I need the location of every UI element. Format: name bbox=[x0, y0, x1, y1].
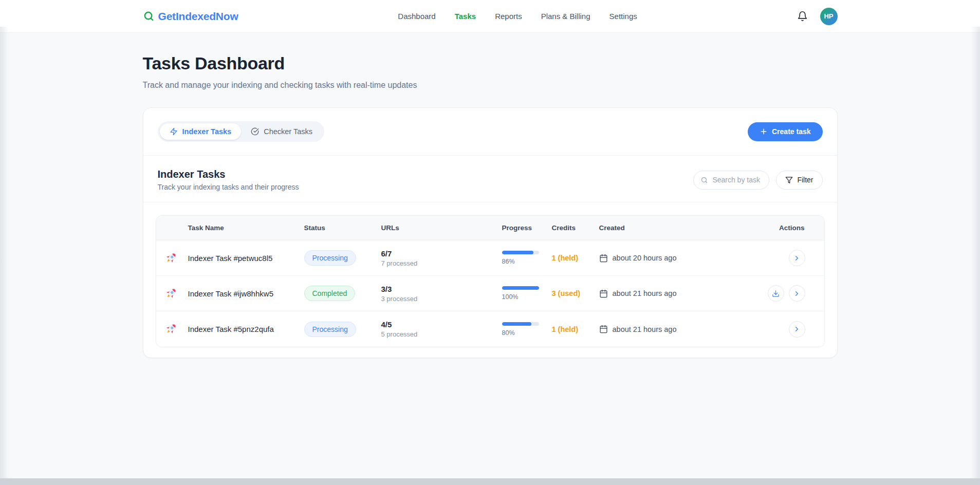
brand-name: GetIndexedNow bbox=[158, 10, 238, 23]
rocket-icon bbox=[164, 287, 178, 301]
download-icon bbox=[772, 290, 780, 297]
view-task-button[interactable] bbox=[789, 285, 805, 302]
urls-processed: 3 processed bbox=[381, 295, 502, 303]
lightning-bolt-icon bbox=[170, 127, 178, 136]
chevron-right-icon bbox=[793, 325, 801, 333]
credits-value: 1 (held) bbox=[552, 325, 599, 333]
section-title: Indexer Tasks bbox=[158, 169, 299, 180]
tabs-row: Indexer Tasks Checker Tasks Create task bbox=[143, 108, 837, 156]
table-body: Indexer Task #petwuc8l5 Processing 6/7 7… bbox=[156, 240, 824, 347]
table-row[interactable]: Indexer Task #5pnz2qufa Processing 4/5 5… bbox=[156, 311, 824, 347]
row-actions bbox=[768, 321, 824, 338]
create-task-button[interactable]: Create task bbox=[748, 122, 823, 141]
table-row[interactable]: Indexer Task #ijw8hhkw5 Completed 3/3 3 … bbox=[156, 276, 824, 311]
progress-percent: 86% bbox=[502, 258, 552, 265]
column-header-status: Status bbox=[304, 224, 381, 232]
status-badge: Processing bbox=[304, 250, 356, 266]
progress-bar bbox=[502, 322, 539, 326]
status-badge: Processing bbox=[304, 322, 356, 337]
chevron-right-icon bbox=[793, 254, 801, 262]
column-header-urls: URLs bbox=[381, 224, 502, 232]
created-time: about 21 hours ago bbox=[613, 289, 677, 297]
progress-fill bbox=[502, 286, 539, 290]
urls-count: 6/7 bbox=[381, 249, 502, 258]
main-content: Tasks Dashboard Track and manage your in… bbox=[143, 33, 838, 358]
urls-count: 4/5 bbox=[381, 320, 502, 329]
column-header-actions: Actions bbox=[779, 224, 824, 232]
progress-bar bbox=[502, 251, 539, 254]
row-actions bbox=[768, 250, 824, 266]
row-actions bbox=[768, 285, 824, 302]
task-type-tabs: Indexer Tasks Checker Tasks bbox=[158, 121, 324, 142]
plus-icon bbox=[760, 127, 768, 136]
column-header-created: Created bbox=[599, 224, 768, 232]
urls-processed: 7 processed bbox=[381, 259, 502, 267]
created-time: about 21 hours ago bbox=[613, 325, 677, 333]
table-wrapper: Task NameStatusURLsProgressCreditsCreate… bbox=[143, 202, 837, 358]
tab-checker-label: Checker Tasks bbox=[264, 127, 312, 136]
tasks-table: Task NameStatusURLsProgressCreditsCreate… bbox=[156, 215, 825, 347]
table-row[interactable]: Indexer Task #petwuc8l5 Processing 6/7 7… bbox=[156, 240, 824, 276]
chevron-right-icon bbox=[793, 290, 801, 297]
table-header-row: Task NameStatusURLsProgressCreditsCreate… bbox=[156, 216, 824, 240]
view-task-button[interactable] bbox=[789, 321, 805, 338]
rocket-icon bbox=[164, 322, 178, 336]
download-task-button[interactable] bbox=[768, 285, 784, 302]
column-header-task-name: Task Name bbox=[156, 224, 304, 232]
progress-percent: 100% bbox=[502, 293, 552, 301]
task-name: Indexer Task #5pnz2qufa bbox=[188, 325, 274, 333]
calendar-icon bbox=[599, 289, 608, 298]
section-header: Indexer Tasks Track your indexing tasks … bbox=[143, 156, 837, 202]
view-task-button[interactable] bbox=[789, 250, 805, 266]
create-task-label: Create task bbox=[772, 127, 811, 136]
progress-bar bbox=[502, 286, 539, 290]
calendar-icon bbox=[599, 325, 608, 333]
search-box bbox=[693, 171, 769, 190]
search-icon bbox=[700, 176, 708, 184]
filter-label: Filter bbox=[797, 176, 813, 184]
status-badge: Completed bbox=[304, 286, 356, 301]
top-navbar: GetIndexedNow DashboardTasksReportsPlans… bbox=[0, 0, 980, 33]
nav-item-settings[interactable]: Settings bbox=[609, 12, 637, 21]
task-name: Indexer Task #ijw8hhkw5 bbox=[188, 289, 273, 298]
notifications-button[interactable] bbox=[797, 11, 808, 22]
calendar-icon bbox=[599, 254, 608, 263]
section-subtitle: Track your indexing tasks and their prog… bbox=[158, 183, 299, 191]
tab-checker-tasks[interactable]: Checker Tasks bbox=[241, 123, 322, 140]
tasks-card: Indexer Tasks Checker Tasks Create task … bbox=[143, 107, 838, 358]
user-avatar[interactable]: HP bbox=[820, 8, 838, 25]
progress-fill bbox=[502, 322, 532, 326]
main-nav: DashboardTasksReportsPlans & BillingSett… bbox=[398, 12, 637, 21]
search-input[interactable] bbox=[712, 176, 762, 184]
progress-fill bbox=[502, 251, 534, 254]
nav-item-tasks[interactable]: Tasks bbox=[455, 12, 476, 21]
page-title: Tasks Dashboard bbox=[143, 53, 838, 73]
tab-indexer-label: Indexer Tasks bbox=[182, 127, 232, 136]
credits-value: 3 (used) bbox=[552, 289, 599, 297]
window-bottom-edge bbox=[0, 478, 980, 485]
nav-item-dashboard[interactable]: Dashboard bbox=[398, 12, 435, 21]
credits-value: 1 (held) bbox=[552, 254, 599, 262]
nav-item-reports[interactable]: Reports bbox=[495, 12, 522, 21]
urls-processed: 5 processed bbox=[381, 330, 502, 338]
search-logo-icon bbox=[143, 10, 155, 22]
tab-indexer-tasks[interactable]: Indexer Tasks bbox=[160, 123, 242, 140]
urls-count: 3/3 bbox=[381, 285, 502, 293]
rocket-icon bbox=[164, 251, 178, 265]
check-circle-icon bbox=[251, 127, 259, 136]
column-header-credits: Credits bbox=[552, 224, 599, 232]
page-subtitle: Track and manage your indexing and check… bbox=[143, 81, 838, 90]
progress-percent: 80% bbox=[502, 329, 552, 337]
nav-item-plans-billing[interactable]: Plans & Billing bbox=[541, 12, 590, 21]
funnel-icon bbox=[785, 176, 793, 184]
column-header-progress: Progress bbox=[502, 224, 552, 232]
created-time: about 20 hours ago bbox=[613, 254, 677, 262]
filter-button[interactable]: Filter bbox=[776, 171, 822, 190]
bell-icon bbox=[797, 11, 808, 22]
task-name: Indexer Task #petwuc8l5 bbox=[188, 254, 273, 263]
brand-logo[interactable]: GetIndexedNow bbox=[143, 10, 238, 23]
